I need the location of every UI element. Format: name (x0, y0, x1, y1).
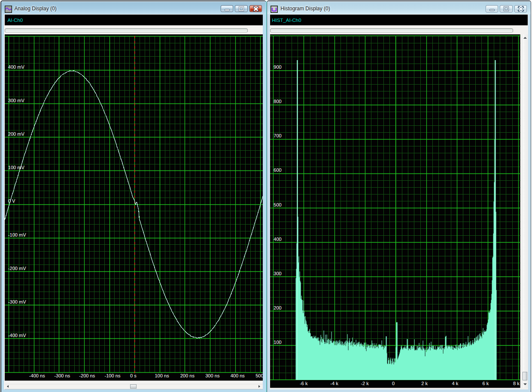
svg-text:300 mV: 300 mV (8, 98, 24, 103)
svg-text:200 mV: 200 mV (8, 131, 24, 137)
svg-text:600: 600 (274, 168, 282, 173)
svg-text:300: 300 (274, 271, 282, 276)
svg-text:-100 ns: -100 ns (104, 373, 120, 378)
svg-text:6 k: 6 k (483, 381, 489, 386)
svg-text:100 mV: 100 mV (8, 165, 24, 170)
svg-text:900: 900 (274, 64, 282, 70)
svg-text:0 s: 0 s (130, 373, 137, 378)
svg-text:100 ns: 100 ns (155, 373, 169, 378)
svg-text:-100 mV: -100 mV (8, 232, 26, 237)
svg-text:-6 k: -6 k (300, 381, 308, 386)
svg-text:-300 mV: -300 mV (8, 299, 26, 304)
svg-text:2 k: 2 k (422, 381, 428, 386)
svg-text:400: 400 (274, 237, 282, 242)
svg-text:700: 700 (274, 134, 282, 139)
svg-text:4 k: 4 k (452, 381, 459, 386)
svg-text:200 ns: 200 ns (180, 373, 195, 378)
svg-text:200: 200 (274, 305, 282, 310)
svg-text:-200 ns: -200 ns (79, 373, 95, 378)
svg-text:400 ns: 400 ns (230, 373, 245, 378)
svg-text:-400 ns: -400 ns (29, 373, 45, 378)
svg-text:800: 800 (274, 99, 282, 104)
svg-text:-400 mV: -400 mV (8, 333, 26, 338)
svg-text:-300 ns: -300 ns (54, 373, 70, 378)
svg-text:0 V: 0 V (8, 199, 15, 204)
svg-text:100: 100 (274, 340, 282, 345)
svg-text:500 ns: 500 ns (255, 373, 263, 378)
svg-text:500: 500 (274, 202, 282, 207)
svg-text:-2 k: -2 k (361, 381, 369, 386)
svg-text:-4 k: -4 k (331, 381, 339, 386)
svg-text:400 mV: 400 mV (8, 64, 24, 70)
svg-text:-200 mV: -200 mV (8, 266, 26, 271)
svg-text:300 ns: 300 ns (205, 373, 220, 378)
svg-text:0: 0 (392, 381, 395, 386)
svg-text:8 k: 8 k (513, 381, 520, 386)
